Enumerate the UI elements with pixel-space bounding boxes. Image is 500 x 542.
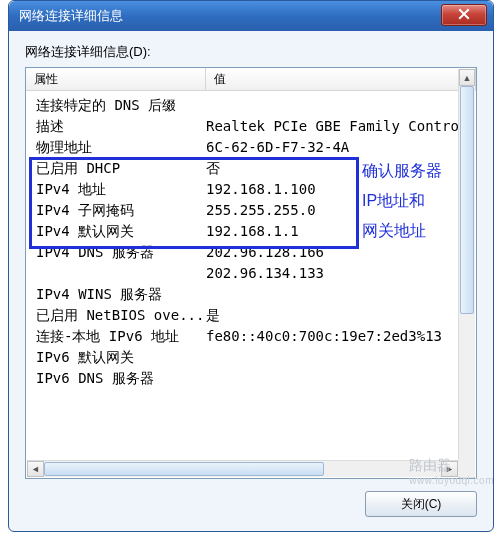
row-property: [26, 263, 206, 284]
row-property: IPv4 地址: [26, 179, 206, 200]
list-row[interactable]: IPv4 默认网关192.168.1.1: [26, 221, 476, 242]
scroll-right-arrow-icon[interactable]: ►: [441, 461, 458, 477]
dialog-content: 网络连接详细信息(D): 属性 值 确认服务器 IP地址和 网关地址 连接特定的…: [9, 31, 493, 531]
row-property: IPv6 默认网关: [26, 347, 206, 368]
list-row[interactable]: 连接特定的 DNS 后缀: [26, 95, 476, 116]
vscroll-track[interactable]: [459, 86, 475, 462]
row-value: 否: [206, 158, 476, 179]
dialog-button-row: 关闭(C): [25, 491, 477, 517]
list-row[interactable]: 物理地址6C-62-6D-F7-32-4A: [26, 137, 476, 158]
row-property: 已启用 DHCP: [26, 158, 206, 179]
row-property: 描述: [26, 116, 206, 137]
dialog-window: 网络连接详细信息 网络连接详细信息(D): 属性 值 确认服务器 IP地址和 网…: [8, 0, 494, 532]
row-property: IPv6 DNS 服务器: [26, 368, 206, 389]
detail-label: 网络连接详细信息(D):: [25, 43, 477, 61]
row-property: IPv4 WINS 服务器: [26, 284, 206, 305]
detail-list-area: 属性 值 确认服务器 IP地址和 网关地址 连接特定的 DNS 后缀描述Real…: [25, 67, 477, 479]
rows-container: 确认服务器 IP地址和 网关地址 连接特定的 DNS 后缀描述Realtek P…: [26, 91, 476, 478]
column-header-value[interactable]: 值: [206, 68, 476, 90]
row-value: 192.168.1.1: [206, 221, 476, 242]
row-value: 255.255.255.0: [206, 200, 476, 221]
row-value: [206, 368, 476, 389]
hscroll-thumb[interactable]: [44, 462, 324, 476]
close-dialog-button-label: 关闭(C): [401, 496, 442, 513]
list-row[interactable]: IPv4 子网掩码255.255.255.0: [26, 200, 476, 221]
vscroll-thumb[interactable]: [460, 86, 474, 314]
row-value: 202.96.134.133: [206, 263, 476, 284]
close-button[interactable]: [441, 4, 487, 26]
list-row[interactable]: IPv4 WINS 服务器: [26, 284, 476, 305]
row-property: IPv4 默认网关: [26, 221, 206, 242]
scroll-left-arrow-icon[interactable]: ◄: [27, 461, 44, 477]
titlebar-title: 网络连接详细信息: [19, 7, 123, 25]
row-value: 6C-62-6D-F7-32-4A: [206, 137, 476, 158]
row-value: [206, 284, 476, 305]
row-value: [206, 347, 476, 368]
row-property: 物理地址: [26, 137, 206, 158]
list-row[interactable]: IPv4 DNS 服务器202.96.128.166: [26, 242, 476, 263]
row-property: 已启用 NetBIOS ove...: [26, 305, 206, 326]
list-row[interactable]: IPv6 默认网关: [26, 347, 476, 368]
scrollbar-corner: [458, 460, 475, 477]
list-row[interactable]: IPv4 地址192.168.1.100: [26, 179, 476, 200]
row-property: 连接-本地 IPv6 地址: [26, 326, 206, 347]
hscroll-track[interactable]: [44, 461, 441, 477]
vertical-scrollbar[interactable]: ▲ ▼: [458, 69, 475, 479]
list-row[interactable]: 已启用 NetBIOS ove...是: [26, 305, 476, 326]
list-row[interactable]: 连接-本地 IPv6 地址fe80::40c0:700c:19e7:2ed3%1…: [26, 326, 476, 347]
column-header-row: 属性 值: [26, 68, 476, 91]
scroll-up-arrow-icon[interactable]: ▲: [459, 69, 475, 86]
row-value: fe80::40c0:700c:19e7:2ed3%13: [206, 326, 476, 347]
row-property: IPv4 DNS 服务器: [26, 242, 206, 263]
row-value: 202.96.128.166: [206, 242, 476, 263]
list-row[interactable]: 描述Realtek PCIe GBE Family Contro: [26, 116, 476, 137]
horizontal-scrollbar[interactable]: ◄ ►: [27, 460, 458, 477]
row-value: Realtek PCIe GBE Family Contro: [206, 116, 476, 137]
column-header-property[interactable]: 属性: [26, 68, 206, 90]
list-row[interactable]: 202.96.134.133: [26, 263, 476, 284]
list-row[interactable]: IPv6 DNS 服务器: [26, 368, 476, 389]
close-icon: [458, 8, 470, 23]
titlebar[interactable]: 网络连接详细信息: [9, 1, 493, 31]
row-property: 连接特定的 DNS 后缀: [26, 95, 206, 116]
row-property: IPv4 子网掩码: [26, 200, 206, 221]
list-row[interactable]: 已启用 DHCP否: [26, 158, 476, 179]
row-value: [206, 95, 476, 116]
close-dialog-button[interactable]: 关闭(C): [365, 491, 477, 517]
row-value: 是: [206, 305, 476, 326]
row-value: 192.168.1.100: [206, 179, 476, 200]
detail-listbox[interactable]: 属性 值 确认服务器 IP地址和 网关地址 连接特定的 DNS 后缀描述Real…: [25, 67, 477, 479]
